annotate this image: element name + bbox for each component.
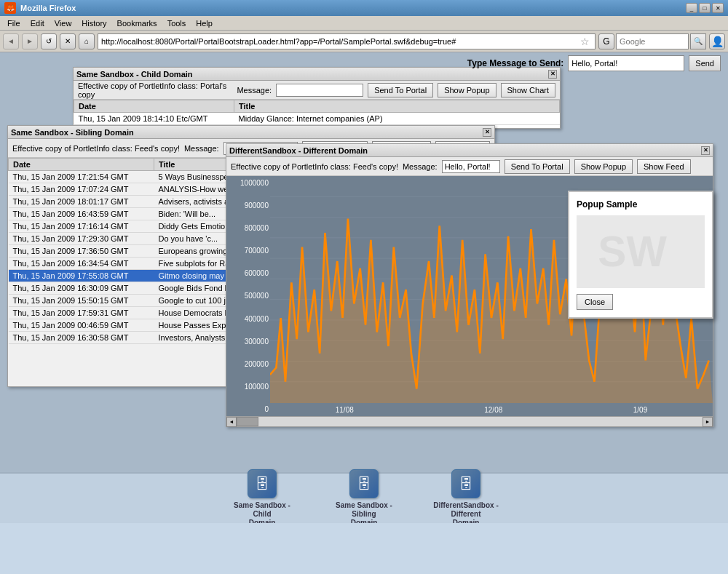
sibling-window-title: Same Sandbox - Sibling Domain bbox=[11, 128, 134, 137]
menu-history[interactable]: History bbox=[77, 17, 111, 29]
popup-content: SW bbox=[577, 215, 705, 288]
nav-bar: ◄ ► ↺ ✕ ⌂ http://localhost:8080/Portal/P… bbox=[0, 31, 728, 52]
child-row-title: Midday Glance: Internet companies (AP) bbox=[234, 113, 560, 125]
menu-bookmarks[interactable]: Bookmarks bbox=[113, 17, 162, 29]
child-portlet-info: Effective copy of PortletInfo class: Por… bbox=[78, 81, 232, 99]
popup-title: Popup Sample bbox=[577, 199, 705, 210]
sibling-message-label: Message: bbox=[184, 144, 219, 153]
sibling-row-date: Thu, 15 Jan 2009 16:30:58 GMT bbox=[9, 332, 154, 344]
sibling-row-date: Thu, 15 Jan 2009 00:46:59 GMT bbox=[9, 319, 154, 332]
home-button[interactable]: ⌂ bbox=[79, 33, 95, 49]
back-button[interactable]: ◄ bbox=[3, 33, 19, 49]
close-button[interactable]: ✕ bbox=[712, 3, 724, 13]
main-content: Type Message to Send: Send Same Sandbox … bbox=[0, 52, 728, 523]
different-show-popup-button[interactable]: Show Popup bbox=[574, 159, 633, 174]
child-table-date-header: Date bbox=[74, 100, 234, 113]
sibling-row-date: Thu, 15 Jan 2009 16:30:09 GMT bbox=[9, 282, 154, 295]
child-send-to-portal-button[interactable]: Send To Portal bbox=[368, 83, 433, 97]
y-label-9: 100000 bbox=[228, 383, 269, 391]
window-controls: _ □ ✕ bbox=[686, 3, 724, 13]
taskbar-label-child: Same Sandbox - ChildDomain bbox=[226, 501, 298, 523]
y-label-8: 200000 bbox=[228, 360, 269, 368]
taskbar-label-different: DifferentSandbox - DifferentDomain bbox=[430, 501, 502, 523]
firefox-icon: 🦊 bbox=[4, 2, 16, 14]
bookmark-star-icon[interactable]: ☆ bbox=[578, 36, 592, 47]
child-message-label: Message: bbox=[237, 86, 272, 95]
y-label-6: 400000 bbox=[228, 315, 269, 323]
taskbar-icon-sibling: 🗄 bbox=[349, 469, 379, 498]
sibling-window-titlebar: Same Sandbox - Sibling Domain ✕ bbox=[8, 126, 494, 139]
taskbar-item-different[interactable]: 🗄 DifferentSandbox - DifferentDomain bbox=[430, 469, 502, 523]
child-show-chart-button[interactable]: Show Chart bbox=[501, 83, 555, 97]
child-show-popup-button[interactable]: Show Popup bbox=[438, 83, 496, 97]
scroll-left-button[interactable]: ◄ bbox=[226, 417, 237, 427]
sibling-row-date: Thu, 15 Jan 2009 17:36:50 GMT bbox=[9, 245, 154, 258]
y-label-4: 600000 bbox=[228, 269, 269, 277]
address-bar[interactable]: http://localhost:8080/Portal/PortalBoots… bbox=[98, 33, 596, 49]
different-portlet-info: Effective copy of PortletInfo class: Fee… bbox=[231, 162, 398, 171]
scroll-right-button[interactable]: ► bbox=[703, 417, 713, 427]
different-show-feed-button[interactable]: Show Feed bbox=[637, 159, 691, 174]
y-label-3: 700000 bbox=[228, 247, 269, 255]
child-table-title-header: Title bbox=[234, 100, 560, 113]
chart-y-axis: 1000000 900000 800000 700000 600000 5000… bbox=[226, 176, 270, 416]
y-label-0: 1000000 bbox=[228, 179, 269, 187]
y-label-1: 900000 bbox=[228, 202, 269, 210]
menu-view[interactable]: View bbox=[50, 17, 76, 29]
y-label-7: 300000 bbox=[228, 338, 269, 346]
search-engine-icon[interactable]: G bbox=[598, 33, 614, 49]
different-window-toolbar: Effective copy of PortletInfo class: Fee… bbox=[226, 157, 713, 176]
different-window-close-button[interactable]: ✕ bbox=[701, 146, 710, 155]
search-input[interactable] bbox=[616, 33, 689, 49]
menu-edit[interactable]: Edit bbox=[26, 17, 49, 29]
stop-button[interactable]: ✕ bbox=[60, 33, 76, 49]
different-horizontal-scrollbar[interactable]: ◄ ► bbox=[226, 416, 713, 426]
taskbar-label-sibling: Same Sandbox - SiblingDomain bbox=[328, 501, 400, 523]
sibling-row-date: Thu, 15 Jan 2009 16:34:54 GMT bbox=[9, 258, 154, 270]
child-window-title: Same Sandbox - Child Domain bbox=[76, 70, 193, 79]
search-go-button[interactable]: 🔍 bbox=[690, 33, 706, 49]
type-message-label: Type Message to Send: bbox=[467, 58, 563, 68]
forward-button[interactable]: ► bbox=[22, 33, 38, 49]
child-message-input[interactable] bbox=[276, 84, 363, 97]
child-window-toolbar: Effective copy of PortletInfo class: Por… bbox=[74, 81, 560, 100]
profile-icon[interactable]: 👤 bbox=[709, 33, 725, 49]
sibling-row-date: Thu, 15 Jan 2009 16:43:59 GMT bbox=[9, 208, 154, 220]
maximize-button[interactable]: □ bbox=[699, 3, 711, 13]
x-label-1: 12/08 bbox=[484, 406, 502, 414]
menu-file[interactable]: File bbox=[3, 17, 25, 29]
popup-close-button[interactable]: Close bbox=[577, 294, 613, 310]
url-text: http://localhost:8080/Portal/PortalBoots… bbox=[101, 37, 578, 46]
table-row[interactable]: Thu, 15 Jan 2009 18:14:10 Etc/GMT Midday… bbox=[74, 113, 560, 125]
search-area: G 🔍 bbox=[598, 33, 706, 49]
sibling-window-close-button[interactable]: ✕ bbox=[483, 128, 491, 137]
menu-bar: File Edit View History Bookmarks Tools H… bbox=[0, 16, 728, 31]
taskbar-item-sibling[interactable]: 🗄 Same Sandbox - SiblingDomain bbox=[328, 469, 400, 523]
minimize-button[interactable]: _ bbox=[686, 3, 697, 13]
popup-window: Popup Sample SW Close bbox=[568, 191, 713, 319]
reload-button[interactable]: ↺ bbox=[41, 33, 57, 49]
x-label-0: 11/08 bbox=[336, 406, 354, 414]
y-label-2: 800000 bbox=[228, 224, 269, 232]
chart-x-axis: 11/08 12/08 1/09 bbox=[270, 403, 713, 416]
sibling-table-date-header: Date bbox=[9, 159, 154, 171]
taskbar-item-child[interactable]: 🗄 Same Sandbox - ChildDomain bbox=[226, 469, 298, 523]
h-scroll-thumb[interactable] bbox=[237, 417, 258, 426]
sibling-row-date: Thu, 15 Jan 2009 17:21:54 GMT bbox=[9, 171, 154, 183]
sibling-row-date: Thu, 15 Jan 2009 17:16:14 GMT bbox=[9, 220, 154, 233]
send-button[interactable]: Send bbox=[689, 55, 721, 71]
menu-help[interactable]: Help bbox=[191, 17, 217, 29]
different-message-label: Message: bbox=[403, 162, 438, 171]
h-scroll-track bbox=[237, 417, 703, 426]
type-message-input[interactable] bbox=[568, 55, 684, 71]
sibling-row-date: Thu, 15 Jan 2009 15:50:15 GMT bbox=[9, 295, 154, 307]
different-message-input[interactable] bbox=[442, 160, 500, 173]
menu-tools[interactable]: Tools bbox=[163, 17, 191, 29]
taskbar-icon-child: 🗄 bbox=[248, 469, 277, 498]
child-data-table: Date Title Thu, 15 Jan 2009 18:14:10 Etc… bbox=[74, 100, 560, 125]
y-label-5: 500000 bbox=[228, 292, 269, 300]
top-message-bar: Type Message to Send: Send bbox=[467, 55, 721, 71]
y-label-10: 0 bbox=[228, 405, 269, 413]
different-window-title: DifferentSandbox - Different Domain bbox=[229, 146, 368, 155]
different-send-to-portal-button[interactable]: Send To Portal bbox=[505, 159, 570, 174]
